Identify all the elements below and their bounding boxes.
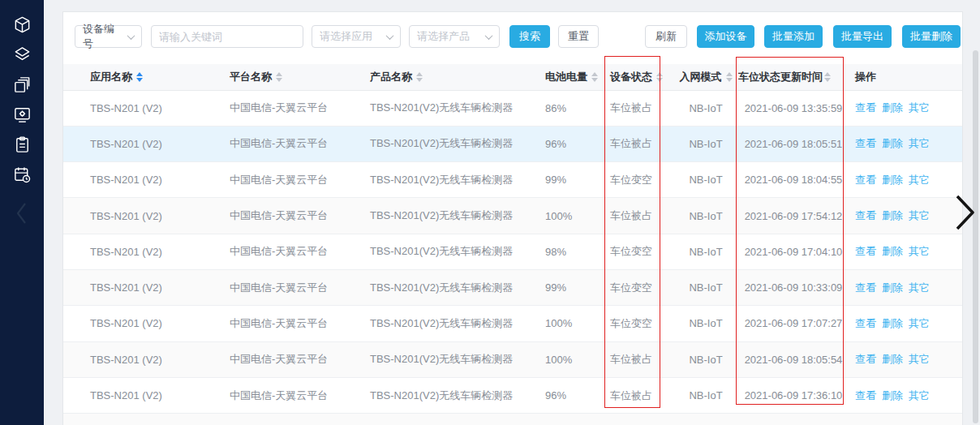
sort-carets-icon[interactable] (656, 72, 663, 82)
column-header-network[interactable]: 入网模式 (677, 64, 735, 90)
sort-carets-icon[interactable] (416, 72, 423, 82)
search-field-select[interactable]: 设备编号 (75, 25, 142, 48)
cell-actions: 查看删除其它 (852, 126, 963, 161)
sidebar-item-products[interactable] (0, 70, 44, 100)
sort-carets-icon[interactable] (276, 72, 282, 82)
cell-product: TBS-N201(V2)无线车辆检测器 (370, 234, 543, 269)
other-link[interactable]: 其它 (909, 281, 930, 294)
product-select[interactable]: 请选择产品 (409, 25, 500, 48)
add-device-button[interactable]: 添加设备 (697, 25, 754, 48)
cell-actions: 查看删除其它 (852, 234, 963, 269)
cell-battery: 96% (543, 126, 604, 161)
other-link[interactable]: 其它 (909, 174, 930, 186)
search-button[interactable]: 搜索 (509, 25, 550, 48)
column-label: 平台名称 (230, 70, 272, 84)
cell-empty (677, 414, 735, 425)
delete-link[interactable]: 删除 (882, 317, 903, 329)
cell-battery: 100% (543, 306, 604, 341)
column-header-status[interactable]: 设备状态 (604, 64, 677, 90)
view-link[interactable]: 查看 (855, 281, 876, 294)
view-link[interactable]: 查看 (855, 101, 876, 114)
application-select[interactable]: 请选择应用 (312, 25, 401, 48)
delete-link[interactable]: 删除 (882, 389, 903, 401)
sidebar-collapse-button[interactable] (0, 198, 44, 228)
view-link[interactable]: 查看 (855, 353, 876, 365)
cell-app: TBS-N201 (V2) (63, 306, 230, 341)
sidebar-item-devices[interactable] (0, 10, 44, 40)
column-header-updated[interactable]: 车位状态更新时间 (735, 64, 852, 90)
delete-link[interactable]: 删除 (882, 353, 903, 365)
layers-icon (13, 45, 32, 64)
cell-updated: 2021-06-09 17:36:10 (735, 377, 852, 413)
other-link[interactable]: 其它 (909, 317, 930, 329)
view-link[interactable]: 查看 (855, 174, 876, 186)
cell-network: NB-IoT (677, 90, 735, 126)
sidebar-item-monitor[interactable] (0, 100, 44, 130)
delete-link[interactable]: 删除 (882, 101, 903, 114)
cell-updated: 2021-06-09 10:33:09 (735, 269, 852, 305)
column-label: 电池电量 (545, 70, 587, 84)
cell-network: NB-IoT (677, 198, 735, 234)
delete-link[interactable]: 删除 (882, 245, 903, 257)
cell-network: NB-IoT (677, 126, 735, 161)
other-link[interactable]: 其它 (909, 389, 930, 401)
cell-status: 车位变空 (604, 269, 677, 305)
chevron-down-icon (127, 32, 135, 40)
cell-empty (230, 414, 370, 425)
cell-product: TBS-N201(V2)无线车辆检测器 (370, 198, 543, 234)
sidebar-item-records[interactable] (0, 130, 44, 160)
column-header-battery[interactable]: 电池电量 (543, 64, 604, 90)
table-row: TBS-N201 (V2)中国电信-天翼云平台TBS-N201(V2)无线车辆检… (63, 198, 963, 234)
cell-network: NB-IoT (677, 306, 735, 341)
column-header-app[interactable]: 应用名称 (63, 64, 230, 90)
other-link[interactable]: 其它 (909, 209, 930, 221)
sort-carets-icon[interactable] (136, 72, 143, 82)
column-label: 操作 (855, 70, 876, 84)
column-header-platform[interactable]: 平台名称 (230, 64, 370, 90)
cell-empty (735, 414, 852, 425)
batch-export-button[interactable]: 批量导出 (833, 25, 892, 48)
keyword-input[interactable] (159, 31, 295, 43)
view-link[interactable]: 查看 (855, 389, 876, 401)
delete-link[interactable]: 删除 (882, 137, 903, 149)
view-link[interactable]: 查看 (855, 317, 876, 329)
cell-app: TBS-N201 (V2) (63, 90, 230, 126)
other-link[interactable]: 其它 (909, 245, 930, 257)
column-header-product[interactable]: 产品名称 (370, 64, 543, 90)
application-select-placeholder: 请选择应用 (320, 29, 372, 44)
batch-delete-button[interactable]: 批量删除 (902, 25, 961, 48)
cell-status: 车位变空 (604, 234, 677, 269)
other-link[interactable]: 其它 (909, 137, 930, 149)
next-page-arrow[interactable] (954, 194, 976, 234)
view-link[interactable]: 查看 (855, 209, 876, 221)
cell-network: NB-IoT (677, 269, 735, 305)
cell-actions: 查看删除其它 (852, 377, 963, 413)
delete-link[interactable]: 删除 (882, 209, 903, 221)
sidebar-item-schedule[interactable] (0, 160, 44, 190)
sort-carets-icon[interactable] (726, 72, 733, 82)
table-row: TBS-N201 (V2)中国电信-天翼云平台TBS-N201(V2)无线车辆检… (63, 162, 963, 198)
cell-updated: 2021-06-09 17:07:27 (735, 306, 852, 341)
reset-button[interactable]: 重置 (558, 25, 599, 48)
view-link[interactable]: 查看 (855, 245, 876, 257)
vertical-scrollbar[interactable] (973, 50, 978, 423)
sort-carets-icon[interactable] (591, 72, 598, 82)
cell-battery: 99% (543, 162, 604, 198)
view-link[interactable]: 查看 (855, 137, 876, 149)
delete-link[interactable]: 删除 (882, 174, 903, 186)
cell-network: NB-IoT (677, 162, 735, 198)
cell-product: TBS-N201(V2)无线车辆检测器 (370, 341, 543, 377)
refresh-button[interactable]: 刷新 (645, 25, 687, 48)
table-row: TBS-N201 (V2)中国电信-天翼云平台TBS-N201(V2)无线车辆检… (63, 306, 963, 341)
sort-carets-icon[interactable] (824, 72, 831, 82)
delete-link[interactable]: 删除 (882, 281, 903, 294)
other-link[interactable]: 其它 (909, 353, 930, 365)
sidebar-item-applications[interactable] (0, 40, 44, 70)
cell-platform: 中国电信-天翼云平台 (230, 90, 370, 126)
cell-product: TBS-N201(V2)无线车辆检测器 (370, 162, 543, 198)
column-label: 入网模式 (680, 70, 722, 84)
cell-status: 车位被占 (604, 198, 677, 234)
batch-add-button[interactable]: 批量添加 (764, 25, 823, 48)
cell-product: TBS-N201(V2)无线车辆检测器 (370, 269, 543, 305)
other-link[interactable]: 其它 (909, 101, 930, 114)
